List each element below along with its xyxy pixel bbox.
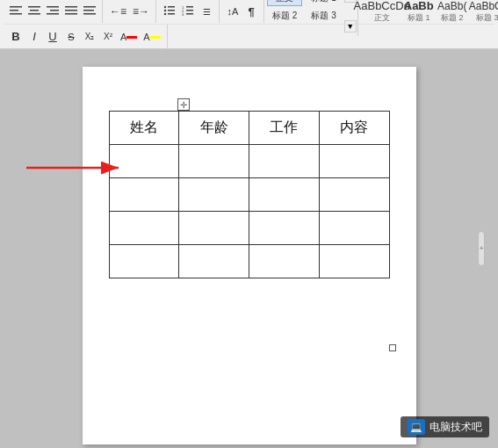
large-style-h2-text: AaBb( — [437, 0, 466, 12]
bullet-list-btn[interactable] — [161, 2, 178, 21]
table-cell[interactable] — [319, 212, 389, 245]
svg-rect-16 — [168, 6, 175, 8]
svg-rect-3 — [28, 6, 40, 8]
table-header-content: 内容 — [319, 112, 389, 145]
toolbar: ←≡ ≡→ 1.2.3. ☰ — [0, 0, 498, 49]
svg-rect-22 — [186, 6, 193, 8]
svg-rect-24 — [186, 10, 193, 11]
italic-btn[interactable]: I — [25, 27, 43, 47]
svg-point-19 — [164, 13, 166, 15]
table-cell[interactable] — [179, 178, 249, 212]
table-cell[interactable] — [319, 178, 389, 212]
align-right-btn[interactable] — [44, 2, 61, 21]
bullet-list-icon — [163, 4, 176, 18]
svg-rect-18 — [168, 10, 175, 11]
svg-rect-20 — [168, 13, 175, 15]
style-heading3[interactable]: 标题 3 — [306, 8, 341, 24]
multilevel-list-btn[interactable]: ☰ — [198, 2, 215, 21]
table-cell[interactable] — [109, 212, 179, 245]
svg-rect-7 — [50, 10, 59, 11]
table-header-row: 姓名 年龄 工作 内容 — [109, 112, 389, 145]
large-style-h1-sub: 标题 1 — [408, 12, 430, 24]
table-row — [109, 245, 389, 278]
watermark-icon: 💻 — [408, 419, 425, 435]
align-left-btn[interactable] — [7, 2, 25, 21]
sort-btn[interactable]: ↕A — [224, 2, 242, 21]
table-row — [109, 178, 389, 212]
style-heading1[interactable]: 标题 1 — [306, 0, 341, 6]
superscript-btn[interactable]: X² — [99, 27, 117, 47]
align-distributed-btn[interactable] — [81, 2, 98, 21]
toolbar-row1: ←≡ ≡→ 1.2.3. ☰ — [4, 0, 494, 23]
document-area: ✛ 姓名 年龄 工作 内容 — [0, 49, 498, 448]
table-resize-handle[interactable] — [389, 344, 396, 351]
table-cell[interactable] — [179, 145, 249, 178]
indent-increase-btn[interactable]: ≡→ — [130, 2, 152, 21]
table-cell[interactable] — [179, 212, 249, 245]
align-distributed-icon — [83, 4, 96, 18]
list-group: 1.2.3. ☰ — [157, 0, 220, 23]
large-style-h3-sub: 标题 3 — [476, 12, 498, 24]
svg-text:3.: 3. — [182, 12, 184, 17]
subscript-btn[interactable]: X₂ — [81, 27, 98, 47]
table-cell[interactable] — [249, 178, 320, 212]
show-marks-icon: ¶ — [248, 5, 254, 18]
svg-point-17 — [164, 10, 166, 11]
align-center-icon — [28, 4, 40, 18]
table-move-handle[interactable]: ✛ — [177, 98, 190, 111]
highlight-btn[interactable]: A — [141, 27, 162, 47]
watermark-badge: 💻 电脑技术吧 — [401, 416, 489, 437]
toolbar-row2: B I U S X₂ X² A A — [4, 24, 494, 48]
svg-rect-26 — [186, 13, 193, 15]
table-cell[interactable] — [319, 145, 389, 178]
table-cell[interactable] — [109, 245, 179, 278]
table-row — [109, 145, 389, 178]
svg-rect-2 — [10, 13, 22, 15]
svg-rect-12 — [83, 6, 96, 8]
paragraph-align-group — [4, 0, 103, 23]
align-right-icon — [47, 4, 59, 18]
bold-btn[interactable]: B — [7, 27, 25, 47]
indent-increase-icon: ≡→ — [133, 5, 149, 18]
svg-rect-14 — [83, 13, 96, 15]
scroll-up-arrow: + — [480, 245, 484, 252]
document-page: ✛ 姓名 年龄 工作 内容 — [83, 67, 416, 444]
font-color-btn[interactable]: A — [118, 27, 140, 47]
multilevel-list-icon: ☰ — [203, 7, 211, 17]
table-cell[interactable] — [109, 178, 179, 212]
show-marks-btn[interactable]: ¶ — [242, 2, 260, 21]
underline-btn[interactable]: U — [44, 27, 61, 47]
watermark-text: 电脑技术吧 — [429, 420, 482, 435]
svg-rect-6 — [47, 6, 59, 8]
indent-decrease-btn[interactable]: ←≡ — [107, 2, 129, 21]
svg-point-15 — [164, 6, 166, 8]
sort-icon: ↕A — [227, 6, 239, 17]
svg-rect-11 — [65, 13, 77, 15]
table-cell[interactable] — [179, 245, 249, 278]
large-style-normal-sub: 正文 — [374, 12, 390, 24]
style-heading2[interactable]: 标题 2 — [267, 8, 302, 24]
scroll-hint: + — [478, 231, 485, 266]
table-header-work: 工作 — [249, 112, 320, 145]
align-center-btn[interactable] — [25, 2, 43, 21]
style-normal[interactable]: 正文 — [267, 0, 302, 6]
large-style-h1-text: AaBb — [404, 0, 434, 12]
align-justify-btn[interactable] — [62, 2, 80, 21]
svg-rect-8 — [47, 13, 59, 15]
table-cell[interactable] — [249, 145, 320, 178]
numbered-list-btn[interactable]: 1.2.3. — [179, 2, 197, 21]
table-cell[interactable] — [109, 145, 179, 178]
align-justify-icon — [65, 4, 77, 18]
strikethrough-btn[interactable]: S — [62, 27, 80, 47]
indent-group: ←≡ ≡→ — [104, 0, 156, 23]
svg-rect-0 — [10, 6, 22, 8]
table-cell[interactable] — [249, 212, 320, 245]
align-left-icon — [10, 4, 22, 18]
table-cell[interactable] — [249, 245, 320, 278]
table-cell[interactable] — [319, 245, 389, 278]
font-format-group: B I U S X₂ X² A A — [4, 25, 168, 48]
document-table: 姓名 年龄 工作 内容 — [109, 111, 390, 278]
svg-rect-4 — [30, 10, 39, 11]
indent-decrease-icon: ←≡ — [110, 5, 126, 18]
svg-rect-9 — [65, 6, 77, 8]
